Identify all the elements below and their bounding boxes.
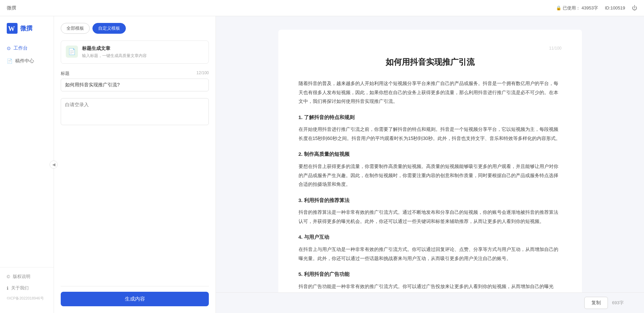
icp-text: ©ICP备2022018946号 [0, 294, 54, 303]
article-heading: 4. 与用户互动 [299, 232, 562, 242]
article-paragraph: 在开始使用抖音进行推广引流之前，你需要了解抖音的特点和规则。抖音是一个短视频分享… [299, 125, 562, 143]
usage-count: 43953字 [582, 5, 598, 11]
about-label: 关于我们 [11, 285, 29, 291]
template-tabs: 全部模板 自定义模板 [61, 23, 209, 34]
document-icon: 📄 [68, 48, 76, 55]
sidebar-item-label: 稿件中心 [15, 58, 34, 64]
copyright-icon: © [7, 274, 10, 279]
topbar-title: 微撰 [7, 5, 16, 11]
template-card-title: 标题生成文章 [82, 46, 204, 52]
right-panel: 11/100 如何用抖音实现推广引流 随着抖音的普及，越来越多的人开始利用这个短… [216, 16, 644, 313]
content-area: 全部模板 自定义模板 📄 标题生成文章 输入标题，一键生成高质量文章内容 标题 … [54, 16, 644, 313]
sidebar-item-label: 工作台 [13, 45, 28, 51]
article-heading: 2. 制作高质量的短视频 [299, 149, 562, 159]
article-container: 11/100 如何用抖音实现推广引流 随着抖音的普及，越来越多的人开始利用这个短… [278, 30, 582, 292]
article-paragraph: 抖音的广告功能是一种非常有效的推广引流方式。你可以通过广告投放来让更多的人看到你… [299, 282, 562, 292]
label-text: 标题 [61, 70, 69, 77]
template-card-icon: 📄 [66, 46, 78, 58]
article-heading: 3. 利用抖音的推荐算法 [299, 196, 562, 205]
article-heading: 5. 利用抖音的广告功能 [299, 269, 562, 279]
sidebar-logo: W 微撰 [0, 23, 54, 42]
divider [61, 286, 209, 286]
drafts-icon: 📄 [7, 58, 12, 64]
tab-custom[interactable]: 自定义模板 [92, 23, 126, 34]
topbar-id: ID:100519 [605, 5, 625, 10]
logo-icon: W [7, 23, 18, 34]
article-paragraph: 抖音的推荐算法是一种非常有效的推广引流方式。通过不断地发布和分享自己的短视频，你… [299, 208, 562, 226]
lock-icon: 🔒 [556, 5, 561, 10]
page-info: 11/100 [299, 46, 562, 51]
right-panel-footer: 复制 693字 [216, 292, 644, 313]
article-heading: 1. 了解抖音的特点和规则 [299, 113, 562, 122]
sidebar-nav: ⊙ 工作台 📄 稿件中心 [0, 42, 54, 267]
copyright-label: 版权说明 [13, 274, 30, 280]
copy-button[interactable]: 复制 [584, 297, 608, 309]
word-count: 693字 [612, 300, 624, 306]
textarea-section [61, 98, 209, 126]
article-paragraph: 要想在抖音上获得更多的流量，你需要制作高质量的短视频。高质量的短视频能够吸引更多… [299, 162, 562, 189]
sidebar-bottom: © 版权说明 ℹ 关于我们 ©ICP备2022018946号 [0, 267, 54, 306]
workspace-icon: ⊙ [7, 46, 11, 51]
sidebar-logo-text: 微撰 [20, 24, 32, 32]
usage-label: 已使用： [563, 5, 580, 11]
topbar-usage: 🔒 已使用： 43953字 [556, 5, 598, 11]
article-title: 如何用抖音实现推广引流 [299, 56, 562, 68]
form-label-count: 12/100 [196, 70, 209, 77]
topbar: 微撰 🔒 已使用： 43953字 ID:100519 ⏻ [0, 0, 644, 16]
article-body: 随着抖音的普及，越来越多的人开始利用这个短视频分享平台来推广自己的产品或服务。抖… [299, 79, 562, 292]
right-panel-inner: 11/100 如何用抖音实现推广引流 随着抖音的普及，越来越多的人开始利用这个短… [216, 16, 644, 292]
title-input[interactable] [61, 79, 209, 91]
article-paragraph: 随着抖音的普及，越来越多的人开始利用这个短视频分享平台来推广自己的产品或服务。抖… [299, 79, 562, 106]
generate-button[interactable]: 生成内容 [61, 292, 209, 306]
template-card-info: 标题生成文章 输入标题，一键生成高质量文章内容 [82, 46, 204, 59]
article-paragraph: 在抖音上与用户互动是一种非常有效的推广引流方式。你可以通过回复评论、点赞、分享等… [299, 245, 562, 263]
sidebar-item-about[interactable]: ℹ 关于我们 [0, 282, 54, 294]
sidebar-item-workspace[interactable]: ⊙ 工作台 [0, 42, 54, 55]
power-icon[interactable]: ⏻ [632, 5, 637, 11]
info-icon: ℹ [7, 286, 8, 291]
left-panel: 全部模板 自定义模板 📄 标题生成文章 输入标题，一键生成高质量文章内容 标题 … [54, 16, 216, 313]
left-panel-bottom: 生成内容 [61, 281, 209, 306]
svg-text:W: W [8, 25, 15, 32]
template-card-desc: 输入标题，一键生成高质量文章内容 [82, 53, 204, 59]
template-card[interactable]: 📄 标题生成文章 输入标题，一键生成高质量文章内容 [61, 40, 209, 64]
sidebar: W 微撰 ⊙ 工作台 📄 稿件中心 © 版权说明 ℹ 关于我们 ©ICP备202 [0, 16, 54, 313]
collapse-arrow[interactable]: ◀ [50, 161, 58, 169]
form-label: 标题 12/100 [61, 70, 209, 77]
tab-all[interactable]: 全部模板 [61, 23, 90, 34]
sidebar-item-drafts[interactable]: 📄 稿件中心 [0, 55, 54, 67]
form-section: 标题 12/100 [61, 70, 209, 91]
sidebar-item-copyright[interactable]: © 版权说明 [0, 271, 54, 282]
content-textarea[interactable] [61, 98, 209, 125]
topbar-right: 🔒 已使用： 43953字 ID:100519 ⏻ [556, 5, 637, 11]
